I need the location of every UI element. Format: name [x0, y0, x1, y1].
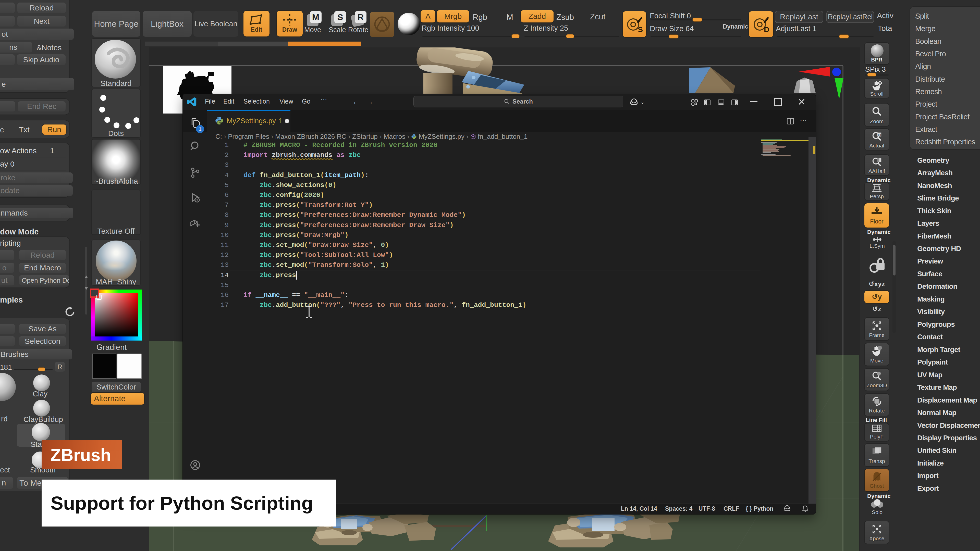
- svg-text:x1: x1: [878, 133, 881, 137]
- svg-text:S: S: [638, 25, 643, 34]
- svg-text:D: D: [764, 25, 770, 34]
